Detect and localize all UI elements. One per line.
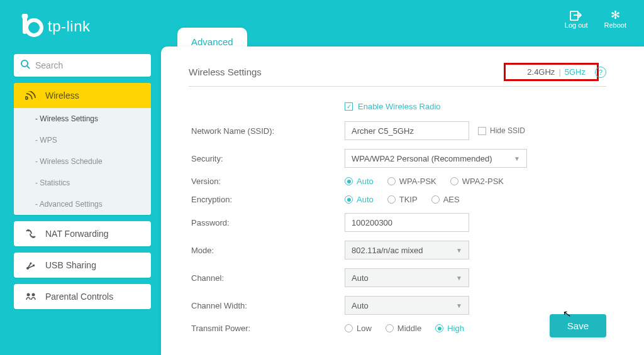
content-panel: Wireless Settings 2.4GHz | 5GHz ? ✓ Enab… bbox=[161, 46, 644, 355]
logout-icon bbox=[570, 9, 582, 21]
ssid-label: Network Name (SSID): bbox=[189, 126, 345, 136]
encryption-auto-radio[interactable]: Auto bbox=[345, 195, 374, 204]
logout-label: Log out bbox=[565, 21, 588, 29]
security-select[interactable]: WPA/WPA2 Personal (Recommended) ▼ bbox=[345, 149, 527, 168]
search-box[interactable] bbox=[14, 54, 151, 77]
save-button[interactable]: Save bbox=[550, 314, 606, 337]
search-input[interactable] bbox=[35, 60, 145, 70]
power-high-radio[interactable]: High bbox=[435, 324, 464, 333]
sidebar-item-parental[interactable]: Parental Controls bbox=[14, 284, 151, 309]
reboot-label: Reboot bbox=[604, 21, 626, 29]
section-title: Wireless Settings bbox=[189, 67, 262, 77]
sidebar-wireless-label: Wireless bbox=[45, 90, 79, 101]
sidebar-parental-label: Parental Controls bbox=[45, 292, 113, 302]
channel-label: Channel: bbox=[189, 273, 345, 283]
sidebar-item-usb[interactable]: USB Sharing bbox=[14, 253, 151, 278]
hide-ssid-checkbox[interactable]: Hide SSID bbox=[478, 126, 525, 135]
chevron-down-icon: ▼ bbox=[456, 247, 462, 254]
password-label: Password: bbox=[189, 218, 345, 227]
encryption-aes-radio[interactable]: AES bbox=[431, 195, 460, 204]
chevron-down-icon: ▼ bbox=[514, 155, 520, 162]
band-24ghz[interactable]: 2.4GHz bbox=[527, 67, 555, 77]
logo-icon bbox=[19, 14, 44, 39]
encryption-tkip-radio[interactable]: TKIP bbox=[387, 195, 418, 204]
reboot-icon: ✻ bbox=[611, 9, 620, 21]
channel-width-select[interactable]: Auto▼ bbox=[345, 296, 469, 315]
band-selector-highlight: 2.4GHz | 5GHz bbox=[504, 63, 599, 81]
nat-icon bbox=[25, 229, 36, 239]
ssid-input[interactable] bbox=[345, 121, 469, 140]
power-label: Transmit Power: bbox=[189, 324, 345, 333]
band-5ghz[interactable]: 5GHz bbox=[565, 67, 586, 77]
enable-label: Enable Wireless Radio bbox=[358, 102, 441, 111]
checkbox-empty-icon bbox=[478, 127, 486, 135]
power-low-radio[interactable]: Low bbox=[345, 324, 372, 333]
sidebar-usb-label: USB Sharing bbox=[45, 260, 96, 270]
svg-point-9 bbox=[27, 293, 30, 297]
version-wpapsk-radio[interactable]: WPA-PSK bbox=[387, 177, 436, 186]
channel-select[interactable]: Auto▼ bbox=[345, 268, 469, 287]
mode-label: Mode: bbox=[189, 246, 345, 255]
sidebar-sub-wireless-schedule[interactable]: - Wireless Schedule bbox=[14, 151, 151, 172]
security-label: Security: bbox=[189, 154, 345, 163]
brand-text: tp-link bbox=[48, 18, 91, 35]
svg-rect-3 bbox=[570, 11, 578, 20]
enable-radio-checkbox[interactable]: ✓ Enable Wireless Radio bbox=[345, 102, 606, 111]
chevron-down-icon: ▼ bbox=[456, 275, 462, 281]
sidebar-item-wireless[interactable]: Wireless bbox=[14, 83, 151, 108]
sidebar-nat-label: NAT Forwarding bbox=[45, 229, 109, 239]
search-icon bbox=[20, 59, 30, 72]
mode-select[interactable]: 802.11a/n/ac mixed▼ bbox=[345, 241, 469, 259]
sidebar-sub-wireless-settings[interactable]: - Wireless Settings bbox=[14, 108, 151, 129]
password-input[interactable] bbox=[345, 213, 469, 232]
reboot-button[interactable]: ✻ Reboot bbox=[604, 9, 626, 29]
logout-button[interactable]: Log out bbox=[565, 9, 588, 29]
svg-point-4 bbox=[21, 60, 28, 67]
version-auto-radio[interactable]: Auto bbox=[345, 177, 374, 186]
chevron-down-icon: ▼ bbox=[456, 302, 462, 309]
sidebar-sub-statistics[interactable]: - Statistics bbox=[14, 172, 151, 194]
sidebar-item-nat[interactable]: NAT Forwarding bbox=[14, 221, 151, 246]
hide-ssid-label: Hide SSID bbox=[490, 126, 525, 135]
wireless-icon bbox=[25, 91, 36, 100]
usb-icon bbox=[25, 260, 36, 270]
checkbox-checked-icon: ✓ bbox=[345, 102, 353, 111]
encryption-label: Encryption: bbox=[189, 195, 345, 204]
security-value: WPA/WPA2 Personal (Recommended) bbox=[352, 154, 492, 163]
sidebar-sub-advanced-settings[interactable]: - Advanced Settings bbox=[14, 194, 151, 215]
svg-point-10 bbox=[32, 293, 35, 297]
sidebar-sub-wps[interactable]: - WPS bbox=[14, 129, 151, 151]
channel-width-label: Channel Width: bbox=[189, 301, 345, 310]
brand-logo: tp-link bbox=[19, 14, 91, 39]
version-label: Version: bbox=[189, 177, 345, 186]
version-wpa2psk-radio[interactable]: WPA2-PSK bbox=[450, 177, 504, 186]
power-middle-radio[interactable]: Middle bbox=[386, 324, 421, 333]
help-icon[interactable]: ? bbox=[595, 67, 606, 78]
svg-line-5 bbox=[27, 66, 30, 68]
svg-point-0 bbox=[26, 20, 42, 35]
parental-icon bbox=[25, 292, 36, 301]
